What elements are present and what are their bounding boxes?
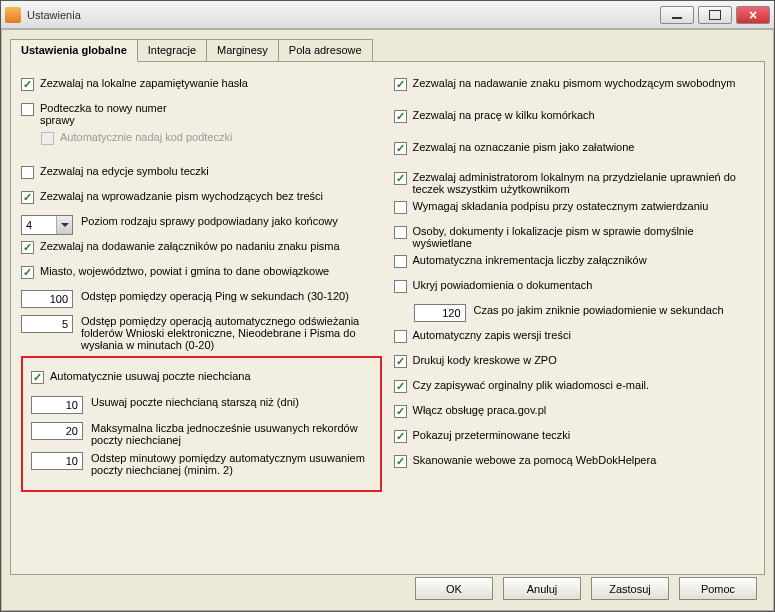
- input-junk-interval[interactable]: [31, 452, 83, 470]
- lbl-refresh: Odstęp pomiędzy operacją automatycznego …: [81, 315, 382, 351]
- chk-auto-incr-attach[interactable]: [394, 255, 407, 268]
- lbl-enable-praca: Włącz obsługę praca.gov.pl: [413, 404, 547, 416]
- apply-button[interactable]: Zastosuj: [591, 577, 669, 600]
- tab-global[interactable]: Ustawienia globalne: [10, 39, 138, 62]
- lbl-auto-incr-attach: Automatyczna inkrementacja liczby załącz…: [413, 254, 647, 266]
- lbl-junk-max: Maksymalna liczba jednocześnie usuwanych…: [91, 422, 372, 446]
- tab-panel: Zezwalaj na lokalne zapamiętywanie hasła…: [10, 61, 765, 575]
- button-bar: OK Anuluj Zastosuj Pomoc: [415, 577, 757, 600]
- lbl-save-original-eml: Czy zapisywać orginalny plik wiadomosci …: [413, 379, 650, 391]
- lbl-city-required: Miasto, województwo, powiat i gmina to d…: [40, 265, 329, 277]
- lbl-hide-doc-notif: Ukryj powiadomienia o dokumentach: [413, 279, 593, 291]
- dropdown-level[interactable]: 4: [21, 215, 73, 235]
- chk-city-required[interactable]: [21, 266, 34, 279]
- input-ping[interactable]: [21, 290, 73, 308]
- chk-junk-enable[interactable]: [31, 371, 44, 384]
- lbl-attach-after-sign: Zezwalaj na dodawanie załączników po nad…: [40, 240, 340, 252]
- lbl-freeform-sign: Zezwalaj na nadawanie znaku pismom wycho…: [413, 77, 736, 89]
- lbl-allow-local-pw: Zezwalaj na lokalne zapamiętywanie hasła: [40, 77, 248, 89]
- lbl-auto-save-version: Automatyczny zapis wersji treści: [413, 329, 571, 341]
- chk-podteczka[interactable]: [21, 103, 34, 116]
- input-notif-timeout[interactable]: [414, 304, 466, 322]
- chk-print-barcodes[interactable]: [394, 355, 407, 368]
- input-junk-older[interactable]: [31, 396, 83, 414]
- chk-save-original-eml[interactable]: [394, 380, 407, 393]
- chk-auto-save-version[interactable]: [394, 330, 407, 343]
- chk-edit-symbol[interactable]: [21, 166, 34, 179]
- lbl-edit-symbol: Zezwalaj na edycje symbolu teczki: [40, 165, 209, 177]
- left-column: Zezwalaj na lokalne zapamiętywanie hasła…: [21, 72, 388, 492]
- lbl-junk-enable: Automatycznie usuwaj poczte niechciana: [50, 370, 251, 382]
- tab-integrations[interactable]: Integracje: [137, 39, 207, 62]
- lbl-junk-interval: Odstep minutowy pomiędzy automatycznym u…: [91, 452, 372, 476]
- chk-multi-cells[interactable]: [394, 110, 407, 123]
- input-junk-max[interactable]: [31, 422, 83, 440]
- lbl-require-final-sign: Wymagaj składania podpisu przy ostateczn…: [413, 200, 709, 212]
- titlebar[interactable]: Ustawienia: [1, 1, 774, 29]
- lbl-junk-older: Usuwaj poczte niechcianą starszą niż (dn…: [91, 396, 299, 408]
- chk-attach-after-sign[interactable]: [21, 241, 34, 254]
- chk-allow-local-pw[interactable]: [21, 78, 34, 91]
- lbl-podteczka: Podteczka to nowy numer sprawy: [40, 102, 167, 126]
- chevron-down-icon: [56, 216, 72, 234]
- lbl-notif-timeout: Czas po jakim zniknie powiadomienie w se…: [474, 304, 724, 316]
- chk-web-scan[interactable]: [394, 455, 407, 468]
- lbl-admin-assign: Zezwalaj administratorom lokalnym na prz…: [413, 171, 755, 195]
- lbl-ping: Odstęp pomiędzy operacją Ping w sekundac…: [81, 290, 349, 302]
- tab-bar: Ustawienia globalne Integracje Marginesy…: [10, 38, 765, 61]
- close-button[interactable]: [736, 6, 770, 24]
- chk-require-final-sign[interactable]: [394, 201, 407, 214]
- lbl-auto-kod: Automatycznie nadaj kod podteczki: [60, 131, 232, 143]
- chk-mark-done[interactable]: [394, 142, 407, 155]
- tab-margins[interactable]: Marginesy: [206, 39, 279, 62]
- lbl-multi-cells: Zezwalaj na pracę w kilku komórkach: [413, 109, 595, 121]
- maximize-button[interactable]: [698, 6, 732, 24]
- app-icon: [5, 7, 21, 23]
- right-column: Zezwalaj na nadawanie znaku pismom wycho…: [388, 72, 755, 492]
- chk-outgoing-empty[interactable]: [21, 191, 34, 204]
- settings-window: Ustawienia Ustawienia globalne Integracj…: [0, 0, 775, 612]
- lbl-people-docs-default: Osoby, dokumenty i lokalizacje pism w sp…: [413, 225, 755, 249]
- lbl-print-barcodes: Drukuj kody kreskowe w ZPO: [413, 354, 557, 366]
- lbl-web-scan: Skanowanie webowe za pomocą WebDokHelper…: [413, 454, 657, 466]
- lbl-mark-done: Zezwalaj na oznaczanie pism jako załatwi…: [413, 141, 635, 153]
- chk-auto-kod: [41, 132, 54, 145]
- minimize-button[interactable]: [660, 6, 694, 24]
- lbl-outgoing-empty: Zezwalaj na wprowadzanie pism wychodzący…: [40, 190, 323, 202]
- dropdown-level-value: 4: [22, 219, 56, 231]
- chk-enable-praca[interactable]: [394, 405, 407, 418]
- chk-show-expired[interactable]: [394, 430, 407, 443]
- junk-mail-group: Automatycznie usuwaj poczte niechciana U…: [21, 356, 382, 492]
- chk-freeform-sign[interactable]: [394, 78, 407, 91]
- ok-button[interactable]: OK: [415, 577, 493, 600]
- tab-address[interactable]: Pola adresowe: [278, 39, 373, 62]
- chk-hide-doc-notif[interactable]: [394, 280, 407, 293]
- window-title: Ustawienia: [27, 9, 660, 21]
- chk-people-docs-default[interactable]: [394, 226, 407, 239]
- lbl-show-expired: Pokazuj przeterminowane teczki: [413, 429, 571, 441]
- chk-admin-assign[interactable]: [394, 172, 407, 185]
- input-refresh[interactable]: [21, 315, 73, 333]
- client-area: Ustawienia globalne Integracje Marginesy…: [1, 29, 774, 611]
- help-button[interactable]: Pomoc: [679, 577, 757, 600]
- lbl-level: Poziom rodzaju sprawy podpowiadany jako …: [81, 215, 338, 227]
- cancel-button[interactable]: Anuluj: [503, 577, 581, 600]
